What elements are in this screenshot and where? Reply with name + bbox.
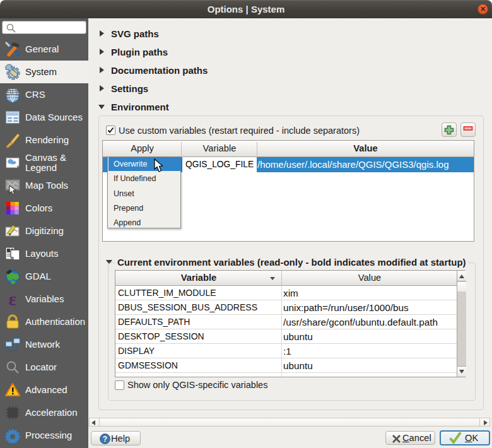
svg-text:ε: ε: [9, 291, 17, 307]
svg-text:?: ?: [103, 435, 107, 444]
